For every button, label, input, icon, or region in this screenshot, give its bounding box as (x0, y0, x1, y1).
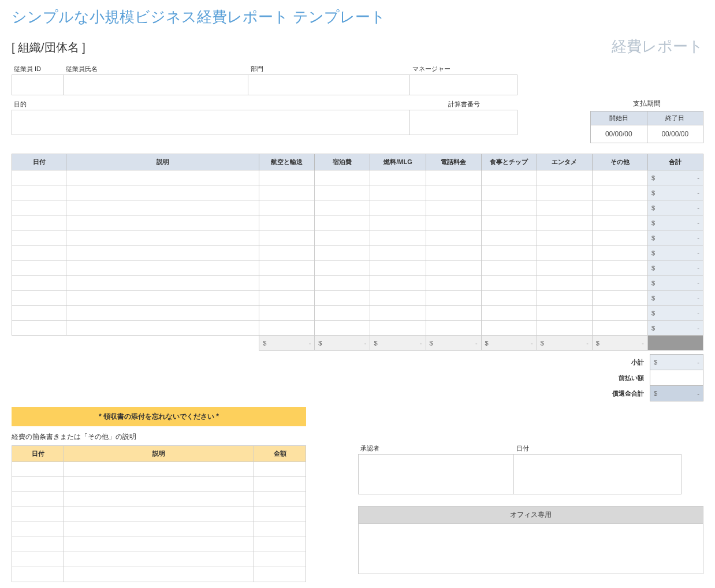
expense-cell[interactable] (315, 260, 370, 276)
expense-cell[interactable] (426, 260, 481, 276)
expense-cell[interactable] (259, 185, 315, 200)
expense-cell[interactable] (315, 230, 370, 245)
expense-cell[interactable] (12, 291, 66, 306)
itemize-cell[interactable] (64, 552, 254, 567)
expense-cell[interactable] (370, 185, 426, 200)
expense-cell[interactable] (592, 306, 647, 321)
purpose-input[interactable] (12, 110, 410, 135)
expense-cell[interactable] (592, 245, 647, 260)
expense-cell[interactable] (592, 276, 647, 291)
expense-cell[interactable] (315, 276, 370, 291)
expense-cell[interactable] (259, 276, 315, 291)
expense-cell[interactable] (315, 321, 370, 336)
itemize-cell[interactable] (12, 567, 64, 582)
expense-cell[interactable] (592, 200, 647, 215)
expense-cell[interactable] (259, 245, 315, 260)
itemize-cell[interactable] (12, 492, 64, 507)
expense-cell[interactable] (370, 170, 426, 185)
expense-cell[interactable] (481, 321, 537, 336)
expense-cell[interactable] (12, 245, 66, 260)
expense-cell[interactable] (315, 291, 370, 306)
expense-cell[interactable] (315, 215, 370, 230)
expense-cell[interactable] (426, 291, 481, 306)
expense-cell[interactable] (481, 276, 537, 291)
expense-cell[interactable] (481, 291, 537, 306)
expense-cell[interactable] (12, 200, 66, 215)
expense-cell[interactable] (12, 321, 66, 336)
expense-cell[interactable] (370, 321, 426, 336)
expense-cell[interactable] (370, 260, 426, 276)
expense-cell[interactable] (537, 276, 592, 291)
expense-cell[interactable] (592, 321, 647, 336)
expense-cell[interactable] (259, 170, 315, 185)
expense-cell[interactable] (426, 200, 481, 215)
expense-cell[interactable] (426, 230, 481, 245)
expense-cell[interactable] (315, 170, 370, 185)
expense-cell[interactable] (592, 215, 647, 230)
expense-cell[interactable] (426, 306, 481, 321)
employee-name-input[interactable] (64, 75, 248, 95)
itemize-cell[interactable] (12, 462, 64, 477)
itemize-cell[interactable] (64, 462, 254, 477)
expense-cell[interactable] (537, 200, 592, 215)
expense-cell[interactable] (66, 245, 259, 260)
expense-cell[interactable] (259, 200, 315, 215)
expense-cell[interactable] (370, 230, 426, 245)
expense-cell[interactable] (66, 260, 259, 276)
expense-cell[interactable] (66, 291, 259, 306)
itemize-cell[interactable] (12, 537, 64, 552)
itemize-cell[interactable] (12, 477, 64, 492)
expense-cell[interactable] (370, 200, 426, 215)
expense-cell[interactable] (592, 260, 647, 276)
itemize-cell[interactable] (254, 492, 306, 507)
statement-number-input[interactable] (410, 110, 517, 135)
expense-cell[interactable] (426, 215, 481, 230)
expense-cell[interactable] (12, 276, 66, 291)
expense-cell[interactable] (481, 215, 537, 230)
pay-period-end-value[interactable]: 00/00/00 (647, 125, 703, 143)
expense-cell[interactable] (592, 185, 647, 200)
itemize-cell[interactable] (12, 507, 64, 522)
itemize-cell[interactable] (64, 477, 254, 492)
manager-input[interactable] (410, 75, 517, 95)
expense-cell[interactable] (66, 200, 259, 215)
expense-cell[interactable] (66, 185, 259, 200)
expense-cell[interactable] (66, 321, 259, 336)
expense-cell[interactable] (66, 306, 259, 321)
expense-cell[interactable] (370, 215, 426, 230)
expense-cell[interactable] (592, 170, 647, 185)
expense-cell[interactable] (12, 306, 66, 321)
expense-cell[interactable] (537, 245, 592, 260)
itemize-cell[interactable] (254, 507, 306, 522)
expense-cell[interactable] (592, 291, 647, 306)
itemize-cell[interactable] (64, 507, 254, 522)
expense-cell[interactable] (370, 306, 426, 321)
expense-cell[interactable] (481, 260, 537, 276)
expense-cell[interactable] (481, 245, 537, 260)
expense-cell[interactable] (259, 215, 315, 230)
itemize-cell[interactable] (64, 537, 254, 552)
expense-cell[interactable] (370, 276, 426, 291)
expense-cell[interactable] (370, 245, 426, 260)
expense-cell[interactable] (259, 230, 315, 245)
approval-date-input[interactable] (514, 454, 682, 494)
pay-period-start-value[interactable]: 00/00/00 (591, 125, 647, 143)
expense-cell[interactable] (537, 185, 592, 200)
expense-cell[interactable] (426, 321, 481, 336)
itemize-cell[interactable] (254, 522, 306, 537)
expense-cell[interactable] (537, 230, 592, 245)
expense-cell[interactable] (426, 170, 481, 185)
expense-cell[interactable] (426, 185, 481, 200)
expense-cell[interactable] (12, 230, 66, 245)
expense-cell[interactable] (426, 276, 481, 291)
expense-cell[interactable] (12, 185, 66, 200)
office-only-body[interactable] (359, 524, 703, 574)
expense-cell[interactable] (481, 200, 537, 215)
expense-cell[interactable] (66, 230, 259, 245)
expense-cell[interactable] (259, 321, 315, 336)
expense-cell[interactable] (481, 170, 537, 185)
itemize-cell[interactable] (64, 522, 254, 537)
itemize-cell[interactable] (64, 492, 254, 507)
itemize-cell[interactable] (12, 552, 64, 567)
advance-value[interactable] (650, 370, 703, 386)
